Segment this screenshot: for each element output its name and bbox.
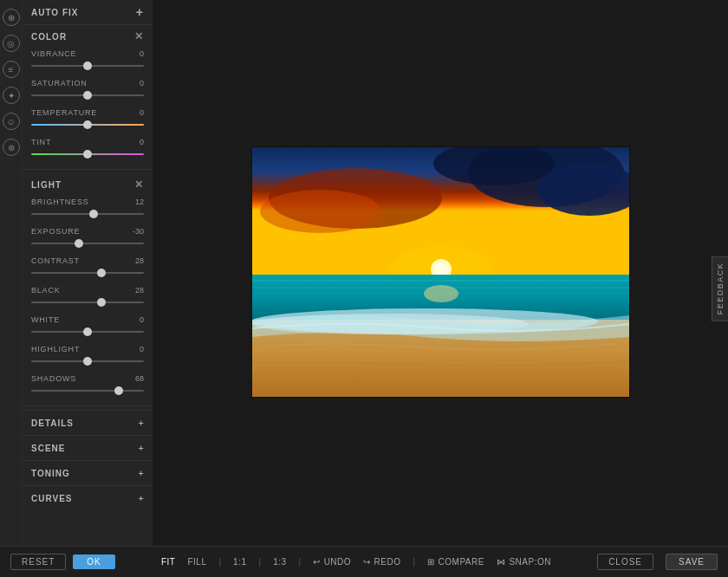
redo-button[interactable]: ↪ REDO <box>363 557 400 567</box>
autofix-label: AUTO FIX <box>31 8 78 17</box>
toning-label: TONING <box>31 469 70 478</box>
save-button[interactable]: SAVE <box>666 554 718 570</box>
curves-section-header[interactable]: CURVES + <box>23 485 153 510</box>
undo-icon: ↩ <box>313 557 321 567</box>
canvas-area <box>153 0 728 546</box>
view-sep-2: | <box>259 557 262 567</box>
tool-face-icon[interactable]: ☺ <box>3 113 20 130</box>
shadows-slider-container: SHADOWS 68 <box>23 373 153 402</box>
brightness-value: 12 <box>135 198 144 206</box>
exposure-slider-container: EXPOSURE -30 <box>23 225 153 255</box>
redo-label: REDO <box>374 557 401 567</box>
saturation-label: SATURATION <box>31 79 88 88</box>
highlight-label: HIGHLIGHT <box>31 345 80 353</box>
temperature-slider-container: TEMPERATURE 0 <box>23 107 153 136</box>
light-section-header[interactable]: LIGHT ✕ <box>23 173 153 196</box>
contrast-slider[interactable] <box>31 267 144 279</box>
black-value: 28 <box>135 286 144 295</box>
details-expand-icon[interactable]: + <box>139 418 144 428</box>
shadows-label: SHADOWS <box>31 374 76 383</box>
fit-option[interactable]: FIT <box>161 557 176 567</box>
color-label: COLOR <box>31 32 67 42</box>
shadows-value: 68 <box>135 374 144 383</box>
compare-label: COMPARE <box>439 557 484 567</box>
toning-expand-icon[interactable]: + <box>139 468 144 478</box>
white-value: 0 <box>140 315 144 324</box>
close-button[interactable]: CLOSE <box>597 554 653 570</box>
light-label: LIGHT <box>31 180 62 190</box>
saturation-value: 0 <box>140 79 144 88</box>
view-sep-3: | <box>299 557 302 567</box>
highlight-slider[interactable] <box>31 355 144 367</box>
color-section-header[interactable]: COLOR ✕ <box>23 25 153 48</box>
bottom-right-actions: CLOSE SAVE <box>597 554 718 570</box>
scene-section-header[interactable]: SCENE + <box>23 435 153 460</box>
compare-icon: ⊞ <box>427 557 435 567</box>
details-label: DETAILS <box>31 418 74 428</box>
ratio-1-1-option[interactable]: 1:1 <box>233 557 246 567</box>
svg-point-13 <box>424 285 458 302</box>
bottom-left-actions: RESET OK <box>10 554 115 570</box>
contrast-slider-container: CONTRAST 28 <box>23 255 153 284</box>
svg-point-5 <box>260 190 381 233</box>
saturation-slider[interactable] <box>31 89 144 101</box>
tint-value: 0 <box>140 138 144 146</box>
vibrance-slider[interactable] <box>31 60 144 72</box>
brightness-slider[interactable] <box>31 208 144 220</box>
highlight-slider-container: HIGHLIGHT 0 <box>23 343 153 373</box>
exposure-value: -30 <box>133 227 144 236</box>
view-sep-1: | <box>219 557 222 567</box>
details-section-header[interactable]: DETAILS + <box>23 410 153 435</box>
autofix-section-header[interactable]: AUTO FIX + <box>23 0 153 25</box>
black-slider[interactable] <box>31 296 144 308</box>
view-options: FIT FILL | 1:1 | 1:3 | ↩ UNDO ↪ REDO | ⊞… <box>161 557 551 567</box>
reset-button[interactable]: RESET <box>10 554 66 570</box>
view-sep-4: | <box>413 557 416 567</box>
white-slider[interactable] <box>31 326 144 338</box>
temperature-value: 0 <box>140 108 144 117</box>
undo-label: UNDO <box>324 557 351 567</box>
shadows-slider[interactable] <box>31 385 144 397</box>
feedback-label: FEEDBACK <box>716 263 725 315</box>
tint-slider[interactable] <box>31 148 144 160</box>
tool-crop-icon[interactable]: ⊕ <box>3 9 20 26</box>
temperature-slider[interactable] <box>31 119 144 131</box>
temperature-label: TEMPERATURE <box>31 108 97 117</box>
tool-adjust-icon[interactable]: ≡ <box>3 61 20 78</box>
exposure-label: EXPOSURE <box>31 227 80 236</box>
compare-button[interactable]: ⊞ COMPARE <box>427 557 484 567</box>
autofix-add-icon[interactable]: + <box>136 5 144 19</box>
brightness-label: BRIGHTNESS <box>31 198 89 206</box>
ok-button[interactable]: OK <box>73 554 114 569</box>
toning-section-header[interactable]: TONING + <box>23 460 153 485</box>
redo-icon: ↪ <box>363 557 371 567</box>
tool-filter-icon[interactable]: ◎ <box>3 35 20 52</box>
photo-canvas <box>251 146 630 398</box>
curves-label: CURVES <box>31 494 73 503</box>
feedback-tab[interactable]: FEEDBACK <box>712 256 728 321</box>
undo-button[interactable]: ↩ UNDO <box>313 557 351 567</box>
highlight-value: 0 <box>140 345 144 353</box>
tool-heal-icon[interactable]: ✦ <box>3 87 20 104</box>
ratio-1-3-option[interactable]: 1:3 <box>273 557 286 567</box>
color-close-icon[interactable]: ✕ <box>134 30 144 42</box>
curves-expand-icon[interactable]: + <box>139 493 144 503</box>
photo-container <box>251 146 630 399</box>
tint-slider-container: TINT 0 <box>23 136 153 165</box>
svg-point-8 <box>434 263 448 276</box>
scene-label: SCENE <box>31 444 65 453</box>
fill-option[interactable]: FILL <box>187 557 206 567</box>
light-close-icon[interactable]: ✕ <box>134 178 144 191</box>
snap-icon: ⋈ <box>497 557 506 567</box>
scene-expand-icon[interactable]: + <box>139 443 144 453</box>
exposure-slider[interactable] <box>31 237 144 250</box>
bottom-bar: RESET OK FIT FILL | 1:1 | 1:3 | ↩ UNDO ↪… <box>0 546 728 577</box>
contrast-label: CONTRAST <box>31 256 80 265</box>
white-slider-container: WHITE 0 <box>23 314 153 343</box>
snap-label: SNAP:ON <box>509 557 551 567</box>
white-label: WHITE <box>31 315 60 324</box>
tool-retouch-icon[interactable]: ⊛ <box>3 139 20 156</box>
vibrance-slider-container: VIBRANCE 0 <box>23 48 153 77</box>
vibrance-value: 0 <box>140 49 144 58</box>
snap-button[interactable]: ⋈ SNAP:ON <box>497 557 551 567</box>
